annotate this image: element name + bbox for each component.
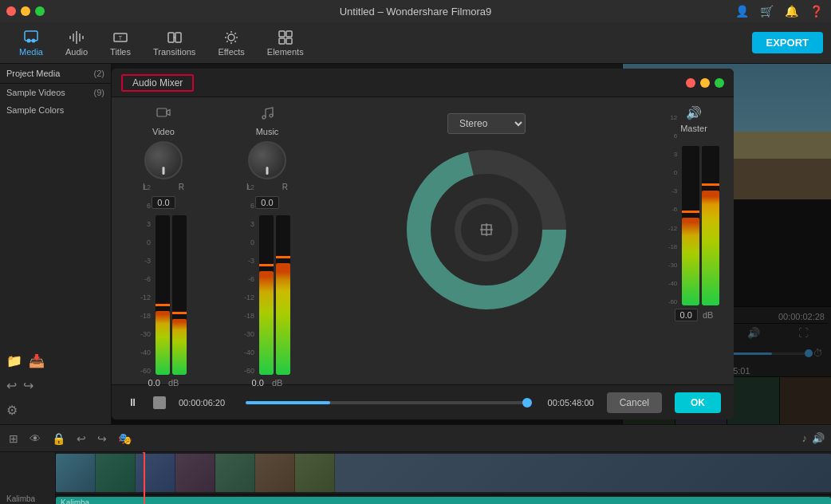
sidebar-item-sample-videos[interactable]: Sample Videos (9) — [0, 84, 111, 101]
video-vu-bar-right — [172, 215, 187, 375]
video-channel: Video L R 0.0 — [112, 97, 215, 384]
svg-point-2 — [31, 38, 35, 42]
sidebar-header: Project Media (2) — [0, 64, 111, 84]
cancel-button[interactable]: Cancel — [607, 392, 662, 413]
stereo-select[interactable]: Stereo Mono — [447, 113, 526, 134]
pause-button[interactable]: ⏸ — [124, 395, 140, 411]
mixer-content: Video L R 0.0 — [112, 97, 734, 384]
settings-icon[interactable]: ⚙ — [6, 404, 18, 417]
mixer-close-button[interactable] — [686, 78, 695, 88]
video-channel-icon — [156, 105, 171, 124]
master-db-display: 0.0 — [675, 309, 698, 321]
sample-videos-count: (9) — [94, 88, 104, 97]
redo-icon[interactable]: ↪ — [23, 378, 33, 393]
toolbar-audio-label: Audio — [65, 47, 88, 57]
master-vu-bar-right — [702, 146, 719, 305]
music-knob[interactable] — [248, 141, 286, 179]
timeline-content: Kalimba — [0, 452, 831, 504]
video-db-display: 0.0 — [148, 378, 160, 388]
sidebar-item-sample-colors[interactable]: Sample Colors — [0, 101, 111, 119]
import-icon[interactable]: 📥 — [29, 353, 45, 368]
track-label-kalimba: Kalimba — [3, 493, 52, 504]
question-icon[interactable]: ❓ — [809, 5, 823, 18]
maximize-button[interactable] — [35, 6, 45, 16]
undo-icon[interactable]: ↩ — [6, 378, 17, 393]
toolbar-item-effects[interactable]: Effects — [207, 26, 255, 60]
track-labels: Kalimba — [0, 452, 56, 504]
svg-rect-5 — [168, 33, 174, 42]
cart-icon[interactable]: 🛒 — [760, 5, 774, 18]
export-button[interactable]: EXPORT — [752, 32, 823, 53]
stereo-section: Stereo Mono — [319, 97, 654, 384]
toolbar-transitions-label: Transitions — [153, 47, 195, 57]
svg-text:T: T — [119, 35, 123, 41]
timeline-redo-button[interactable]: ↪ — [95, 430, 109, 447]
track-area: Kalimba — [56, 452, 831, 504]
timeline-eye-button[interactable]: 👁 — [27, 430, 43, 447]
music-vu-scale: 12630-3-6-12-18-30-40-60 — [244, 183, 257, 375]
add-folder-icon[interactable]: 📁 — [6, 353, 22, 368]
mixer-maximize-button[interactable] — [715, 78, 724, 88]
titlebar: Untitled – Wondershare Filmora9 👤 🛒 🔔 ❓ — [0, 0, 831, 22]
audio-clip[interactable]: Kalimba — [56, 497, 831, 504]
project-media-count: (2) — [94, 69, 104, 78]
toolbar-item-media[interactable]: Media — [8, 26, 54, 60]
ok-button[interactable]: OK — [675, 392, 721, 413]
window-controls[interactable] — [6, 6, 45, 16]
toolbar: Media Audio T Titles Transitions Effects… — [0, 22, 831, 64]
profile-icon[interactable]: 👤 — [735, 5, 749, 18]
svg-rect-9 — [286, 31, 292, 37]
master-section: 🔊 Master 12630-3-6-12-18-30-40-60 — [654, 97, 734, 384]
sample-colors-label: Sample Colors — [6, 105, 64, 115]
toolbar-media-label: Media — [19, 47, 43, 57]
mixer-window-controls[interactable] — [686, 78, 724, 88]
toolbar-titles-label: Titles — [110, 47, 131, 57]
timeline-grid-button[interactable]: ⊞ — [6, 430, 21, 447]
video-db-value[interactable]: 0.0 — [152, 196, 175, 209]
timeline-sticker-button[interactable]: 🎭 — [116, 430, 134, 447]
timeline-lock-button[interactable]: 🔒 — [49, 430, 68, 447]
playhead[interactable] — [144, 452, 145, 504]
toolbar-effects-label: Effects — [218, 47, 244, 57]
music-vu-bar-right — [276, 215, 290, 375]
svg-point-15 — [270, 114, 273, 117]
alert-icon[interactable]: 🔔 — [785, 5, 798, 18]
svg-point-14 — [262, 116, 266, 119]
music-db-value[interactable]: 0.0 — [255, 196, 278, 209]
music-db-display: 0.0 — [252, 378, 264, 388]
project-media-label: Project Media — [6, 69, 60, 78]
mixer-minimize-button[interactable] — [700, 78, 710, 88]
video-knob[interactable] — [144, 141, 183, 179]
toolbar-item-titles[interactable]: T Titles — [99, 26, 142, 60]
video-channel-label: Video — [152, 127, 175, 136]
toolbar-item-elements[interactable]: Elements — [256, 26, 315, 60]
toolbar-item-transitions[interactable]: Transitions — [142, 26, 207, 60]
progress-bar[interactable] — [246, 401, 526, 404]
music-channel-icon — [259, 105, 275, 124]
audio-track: Kalimba — [56, 494, 831, 504]
svg-rect-6 — [175, 33, 181, 42]
timeline-volume-icon[interactable]: 🔊 — [812, 432, 825, 444]
music-vu-bar-left — [259, 215, 274, 375]
video-db-unit: dB — [168, 378, 179, 388]
minimize-button[interactable] — [21, 6, 30, 16]
mixer-title: Audio Mixer — [121, 74, 194, 92]
timeline-undo-button[interactable]: ↩ — [74, 430, 89, 447]
video-vu-scale: 12630-3-6-12-18-30-40-60 — [140, 183, 153, 375]
music-db-unit: dB — [272, 378, 282, 388]
master-vu-scale: 12630-3-6-12-18-30-40-60 — [668, 114, 680, 305]
timeline-toolbar: ⊞ 👁 🔒 ↩ ↪ 🎭 ♪ 🔊 — [0, 425, 831, 452]
music-knob-wrap — [248, 141, 286, 179]
close-button[interactable] — [6, 6, 16, 16]
sidebar: Project Media (2) Sample Videos (9) Samp… — [0, 64, 112, 424]
video-clip[interactable] — [56, 454, 831, 492]
svg-point-1 — [26, 38, 30, 42]
mixer-title-text: Audio Mixer — [132, 77, 183, 89]
titlebar-icons: 👤 🛒 🔔 ❓ — [735, 5, 823, 18]
music-channel-label: Music — [256, 127, 279, 136]
timeline-music-icon: ♪ — [802, 432, 808, 444]
video-r-label: R — [179, 183, 184, 191]
stop-button[interactable] — [153, 396, 166, 409]
toolbar-item-audio[interactable]: Audio — [54, 26, 99, 60]
svg-rect-0 — [25, 31, 37, 41]
